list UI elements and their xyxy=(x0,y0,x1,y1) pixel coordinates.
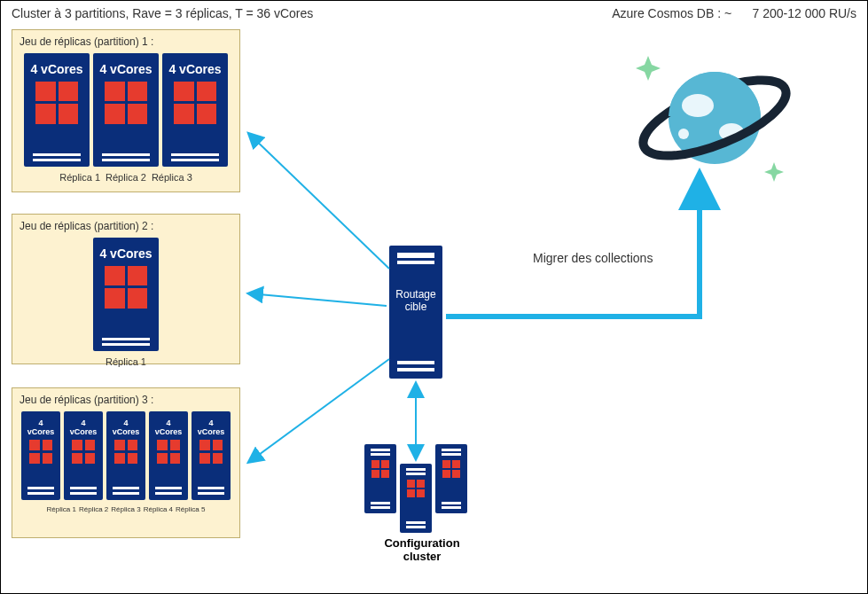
diagram-header: Cluster à 3 partitions, Rave = 3 réplica… xyxy=(12,6,856,20)
svg-point-7 xyxy=(682,94,714,117)
config-server-icon xyxy=(364,444,396,513)
svg-line-8 xyxy=(249,134,389,269)
migrate-label: Migrer des collections xyxy=(533,251,653,265)
server-icon: 4 vCores xyxy=(149,411,188,500)
replica-labels: Réplica 1 xyxy=(20,356,232,367)
server-lines-icon xyxy=(70,487,97,495)
config-cluster-servers xyxy=(356,444,489,533)
server-lines-icon xyxy=(33,153,81,161)
server-lines-icon xyxy=(102,338,150,346)
cosmos-db-icon xyxy=(622,38,799,207)
server-row: 4 vCores 4 vCores 4 vCores xyxy=(20,53,232,167)
cpu-grid-icon xyxy=(105,82,147,124)
server-icon: 4 vCores xyxy=(192,411,231,500)
config-server-icon xyxy=(435,444,467,513)
server-row: 4 vCores 4 vCores 4 vCores 4 vCores 4 vC xyxy=(20,411,232,500)
header-right: Azure Cosmos DB : ~ 7 200-12 000 RU/s xyxy=(612,6,856,20)
cpu-grid-icon xyxy=(174,82,216,124)
server-icon: 4 vCores xyxy=(106,411,145,500)
cpu-grid-icon xyxy=(199,440,223,464)
server-lines-icon xyxy=(171,153,219,161)
svg-line-9 xyxy=(249,293,387,306)
server-icon: 4 vCores xyxy=(162,53,228,167)
partition-title: Jeu de réplicas (partition) 3 : xyxy=(20,394,232,406)
replica-labels: Réplica 1 Réplica 2 Réplica 3 Réplica 4 … xyxy=(20,505,232,513)
server-icon: 4 vCores xyxy=(64,411,103,500)
server-icon: 4 vCores xyxy=(93,53,159,167)
config-cluster: Configuration cluster xyxy=(356,444,489,563)
server-icon: 4 vCores xyxy=(93,238,159,351)
router-label: Routage cible xyxy=(395,288,435,313)
server-icon: 4 vCores xyxy=(24,53,90,167)
server-lines-icon xyxy=(113,487,139,495)
server-row: 4 vCores xyxy=(20,238,232,351)
server-lines-icon xyxy=(102,153,150,161)
partition-box-2: Jeu de réplicas (partition) 2 : 4 vCores… xyxy=(12,214,240,364)
cpu-grid-icon xyxy=(72,440,96,464)
partition-title: Jeu de réplicas (partition) 2 : xyxy=(20,220,232,232)
replica-labels: Réplica 1 Réplica 2 Réplica 3 xyxy=(20,172,232,183)
cpu-grid-icon xyxy=(35,82,78,124)
cpu-grid-icon xyxy=(157,440,181,464)
cpu-grid-icon xyxy=(29,440,53,464)
config-server-icon xyxy=(400,464,432,533)
server-lines-icon xyxy=(27,487,54,495)
server-icon: 4 vCores xyxy=(21,411,60,500)
partition-box-1: Jeu de réplicas (partition) 1 : 4 vCores… xyxy=(12,29,240,192)
cpu-grid-icon xyxy=(114,440,138,464)
server-lines-icon xyxy=(155,487,182,495)
partition-box-3: Jeu de réplicas (partition) 3 : 4 vCores… xyxy=(12,387,240,538)
server-lines-icon xyxy=(198,487,224,495)
partition-title: Jeu de réplicas (partition) 1 : xyxy=(20,35,232,48)
config-cluster-label: Configuration cluster xyxy=(356,536,489,563)
header-left: Cluster à 3 partitions, Rave = 3 réplica… xyxy=(12,6,313,20)
router-server-icon: Routage cible xyxy=(389,246,442,379)
svg-point-3 xyxy=(678,129,689,139)
diagram-canvas: Cluster à 3 partitions, Rave = 3 réplica… xyxy=(0,0,868,594)
cpu-grid-icon xyxy=(105,266,147,309)
